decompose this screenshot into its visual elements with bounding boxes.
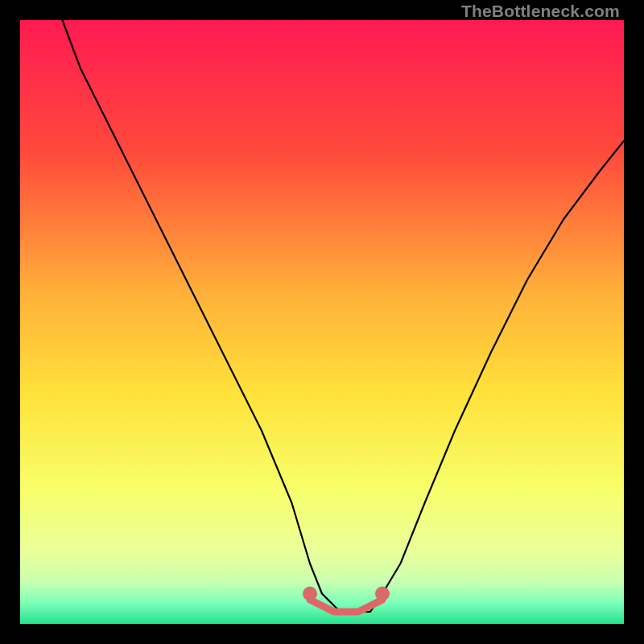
chart-svg bbox=[20, 20, 624, 624]
chart-frame bbox=[20, 20, 624, 624]
watermark-text: TheBottleneck.com bbox=[461, 2, 620, 21]
chart-background bbox=[20, 20, 624, 624]
optimal-left-dot bbox=[303, 587, 317, 601]
optimal-right-dot bbox=[375, 587, 390, 601]
